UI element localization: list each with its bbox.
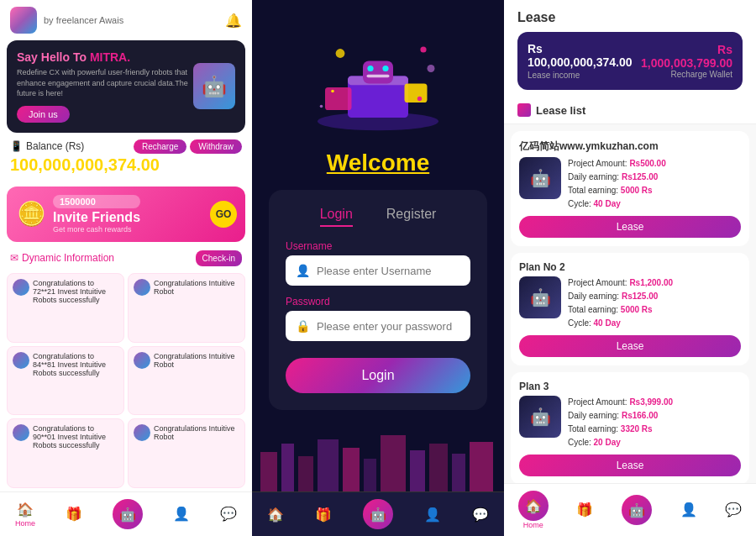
svg-rect-24 bbox=[429, 444, 448, 494]
dynamic-label: ✉ Dynamic Information bbox=[10, 252, 114, 264]
notif-avatar bbox=[134, 424, 150, 441]
invite-badge: 1500000 bbox=[53, 195, 140, 208]
list-item: 亿码简站www.ymkuzhan.com 🤖 Project Amount: R… bbox=[511, 131, 749, 246]
svg-rect-20 bbox=[343, 448, 360, 494]
mid-nav-chat[interactable]: 💬 bbox=[472, 507, 489, 523]
invite-section: 🪙 1500000 Invite Friends Get more cash r… bbox=[7, 187, 245, 242]
right-header: Lease Rs 100,000,000,374.00 Lease income… bbox=[504, 0, 756, 97]
svg-rect-16 bbox=[260, 452, 277, 494]
login-tabs: Login Register bbox=[286, 207, 470, 227]
notif-avatar bbox=[134, 279, 150, 296]
plan-details-0: Project Amount: Rs500.00 Daily earning: … bbox=[568, 157, 741, 211]
right-nav-user[interactable]: 👤 bbox=[680, 502, 697, 519]
gift-icon: 🎁 bbox=[315, 507, 332, 523]
svg-point-9 bbox=[367, 66, 373, 71]
lease-button-2[interactable]: Lease bbox=[519, 455, 741, 476]
password-input[interactable] bbox=[317, 320, 460, 333]
hero-illustration bbox=[294, 17, 462, 143]
recharge-button[interactable]: Recharge bbox=[134, 139, 186, 154]
recharge-wallet-section: Rs 1,000,003,799.00 Recharge Wallet bbox=[636, 43, 732, 79]
middle-panel: Welcome Login Register Username 👤 Passwo… bbox=[252, 0, 504, 536]
password-field-group: Password 🔒 bbox=[286, 296, 470, 341]
welcome-text: Welcome bbox=[327, 150, 429, 176]
notif-avatar bbox=[13, 352, 29, 369]
nav-item-home[interactable]: 🏠 Home bbox=[15, 502, 35, 528]
svg-point-5 bbox=[336, 49, 345, 58]
password-input-wrap: 🔒 bbox=[286, 311, 470, 341]
city-skyline bbox=[252, 427, 504, 494]
gift-icon: 🎁 bbox=[576, 502, 593, 518]
mitra-robot-icon: 🤖 bbox=[193, 63, 235, 109]
lease-button-0[interactable]: Lease bbox=[519, 216, 741, 238]
notif-avatar bbox=[13, 279, 29, 296]
svg-point-14 bbox=[320, 105, 323, 108]
svg-rect-26 bbox=[470, 442, 493, 494]
hero-svg bbox=[302, 21, 454, 139]
plan-name-1: Plan No 2 bbox=[519, 261, 741, 273]
right-nav-home[interactable]: 🏠 Home bbox=[518, 491, 549, 529]
nav-item-robot[interactable]: 🤖 bbox=[113, 499, 143, 529]
nav-item-gift[interactable]: 🎁 bbox=[66, 506, 82, 523]
mitra-title: Say Hello To MITRA. bbox=[17, 50, 193, 64]
plan-img-2: 🤖 bbox=[519, 396, 561, 438]
balance-section: 📱 Balance (Rs) Recharge Withdraw 100,000… bbox=[0, 133, 252, 181]
password-label: Password bbox=[286, 296, 470, 307]
right-nav-gift[interactable]: 🎁 bbox=[576, 502, 593, 519]
right-nav-robot[interactable]: 🤖 bbox=[622, 495, 652, 525]
mitra-desc: Redefine CX with powerful user-friendly … bbox=[17, 67, 193, 99]
notif-avatar bbox=[13, 424, 29, 441]
balance-buttons: Recharge Withdraw bbox=[134, 139, 242, 154]
nav-item-chat[interactable]: 💬 bbox=[220, 506, 237, 523]
svg-point-6 bbox=[420, 46, 426, 52]
bell-icon[interactable]: 🔔 bbox=[225, 13, 242, 29]
tab-register[interactable]: Register bbox=[386, 207, 437, 227]
list-item: Congratulations to 90**01 Invest Intuiti… bbox=[7, 418, 124, 488]
lease-list-header: Lease list bbox=[504, 97, 756, 124]
user-input-icon: 👤 bbox=[296, 264, 310, 277]
withdraw-button[interactable]: Withdraw bbox=[190, 139, 242, 154]
lease-income-label: Lease income bbox=[528, 71, 636, 80]
go-button[interactable]: GO bbox=[210, 201, 237, 228]
mitra-banner: Say Hello To MITRA. Redefine CX with pow… bbox=[7, 40, 245, 133]
login-submit-button[interactable]: Login bbox=[286, 358, 470, 393]
home-icon: 🏠 bbox=[17, 502, 34, 518]
right-panel: Lease Rs 100,000,000,374.00 Lease income… bbox=[504, 0, 756, 536]
robot-center-icon: 🤖 bbox=[363, 499, 393, 529]
chat-icon: 💬 bbox=[725, 502, 742, 518]
svg-point-10 bbox=[382, 66, 388, 71]
mid-nav-home[interactable]: 🏠 bbox=[267, 507, 284, 523]
plan-body-1: 🤖 Project Amount: Rs1,200.00 Daily earni… bbox=[519, 276, 741, 330]
mid-nav-user[interactable]: 👤 bbox=[424, 507, 441, 523]
login-container: Login Register Username 👤 Password 🔒 Log… bbox=[269, 190, 487, 410]
svg-rect-4 bbox=[405, 84, 428, 103]
middle-bottom-nav: 🏠 🎁 🤖 👤 💬 bbox=[252, 491, 504, 536]
plan-body-2: 🤖 Project Amount: Rs3,999.00 Daily earni… bbox=[519, 396, 741, 449]
svg-rect-19 bbox=[318, 439, 339, 494]
mid-nav-gift[interactable]: 🎁 bbox=[315, 507, 332, 523]
svg-rect-21 bbox=[364, 459, 376, 494]
coins-icon: 🪙 bbox=[17, 200, 46, 228]
svg-point-13 bbox=[417, 97, 422, 101]
checkin-button[interactable]: Check-in bbox=[196, 250, 242, 266]
mid-nav-robot[interactable]: 🤖 bbox=[363, 499, 393, 529]
svg-rect-23 bbox=[410, 450, 425, 494]
home-icon: 🏠 bbox=[267, 507, 284, 523]
nav-item-user[interactable]: 👤 bbox=[173, 506, 190, 523]
svg-point-7 bbox=[428, 65, 435, 72]
plan-img-1: 🤖 bbox=[519, 276, 561, 318]
invite-content: 1500000 Invite Friends Get more cash rew… bbox=[53, 195, 140, 234]
right-nav-chat[interactable]: 💬 bbox=[725, 502, 742, 519]
balance-row: 📱 Balance (Rs) Recharge Withdraw bbox=[10, 139, 242, 154]
list-item: Congratulations to 72**21 Invest Intuiti… bbox=[7, 273, 124, 343]
balance-amount: 100,000,000,374.00 bbox=[10, 155, 242, 175]
right-bottom-nav: 🏠 Home 🎁 🤖 👤 💬 bbox=[504, 483, 756, 536]
join-button[interactable]: Join us bbox=[17, 106, 70, 123]
city-svg bbox=[252, 427, 504, 494]
username-input[interactable] bbox=[317, 265, 460, 277]
lease-list-title: Lease list bbox=[536, 104, 585, 117]
lease-button-1[interactable]: Lease bbox=[519, 335, 741, 357]
tab-login[interactable]: Login bbox=[320, 207, 353, 227]
gift-icon: 🎁 bbox=[66, 506, 82, 522]
plan-name-2: Plan 3 bbox=[519, 381, 741, 392]
user-icon: 👤 bbox=[424, 507, 441, 523]
